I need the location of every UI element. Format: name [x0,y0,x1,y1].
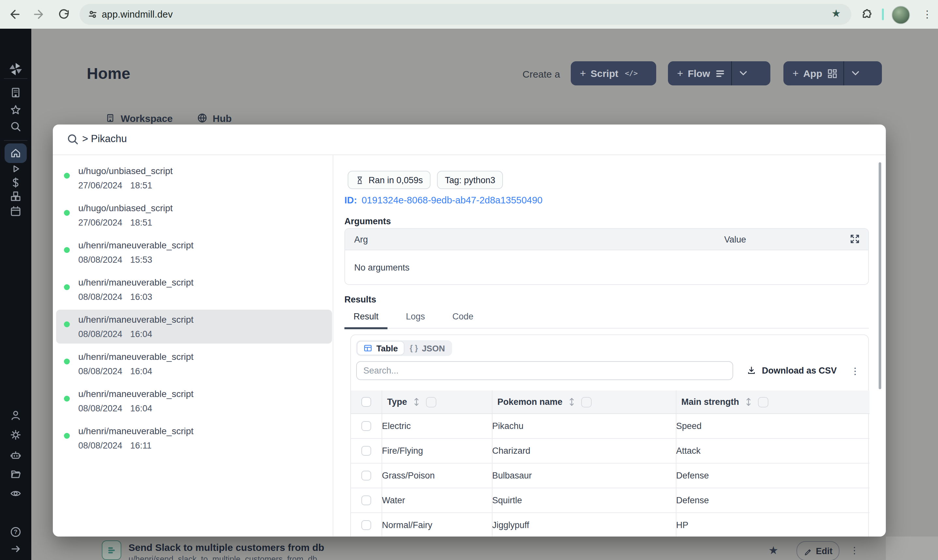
create-script-button[interactable]: + Script </> [571,61,656,85]
sort-icon[interactable] [569,397,575,407]
bookmark-star-icon[interactable]: ★ [831,7,841,20]
toggle-table[interactable]: Table [357,342,404,355]
table-row[interactable]: Grass/Poison Bulbasaur Defense [351,463,870,488]
sidebar-item-workers-icon[interactable] [9,449,22,462]
flow-item-icon [102,540,121,560]
forward-icon[interactable] [32,8,46,21]
run-timestamp: 08/08/202416:04 [78,403,332,413]
site-settings-icon[interactable] [86,8,99,21]
sidebar-item-folders-icon[interactable] [9,468,22,480]
row-checkbox[interactable] [361,421,371,431]
reload-icon[interactable] [57,8,71,21]
cell-type: Water [382,488,492,513]
run-list-item[interactable]: u/hugo/unbiased_script 27/06/202418:51 [56,161,332,195]
column-filter-box[interactable] [758,397,769,407]
run-path: u/henri/maneuverable_script [78,240,332,250]
row-checkbox[interactable] [361,446,371,456]
arg-column-header: Arg [354,234,602,244]
table-row[interactable]: Electric Pikachu Speed [351,414,870,438]
sidebar-item-help-icon[interactable]: ? [9,525,22,538]
duration-badge: Ran in 0,059s [348,171,431,189]
success-dot-icon [64,247,70,253]
run-list-item[interactable]: u/henri/maneuverable_script 08/08/202416… [56,272,332,306]
sidebar-item-runs-icon[interactable] [9,162,22,175]
table-menu-icon[interactable]: ⋮ [850,366,860,376]
run-list-item[interactable]: u/hugo/unbiased_script 27/06/202418:51 [56,198,332,232]
arguments-empty-row: No arguments [345,250,868,284]
globe-icon [197,113,208,123]
plus-icon: + [677,68,683,79]
tab-code[interactable]: Code [443,309,483,328]
sidebar-item-user-icon[interactable] [9,409,22,422]
column-header-pokemon-name[interactable]: Pokemon name [497,397,562,407]
sidebar-collapse-icon[interactable] [9,542,22,555]
tab-workspace[interactable]: Workspace [105,111,173,125]
column-header-type[interactable]: Type [387,397,407,407]
detail-scrollbar[interactable] [879,162,881,389]
create-app-button[interactable]: + App [783,61,882,85]
address-bar[interactable]: app.windmill.dev ★ [80,4,851,25]
success-dot-icon [64,396,70,402]
sidebar-item-resources-icon[interactable] [9,190,22,203]
toggle-json[interactable]: { } JSON [404,342,451,355]
row-checkbox[interactable] [361,471,371,480]
run-list: u/hugo/unbiased_script 27/06/202418:51 u… [53,154,333,537]
url-text[interactable]: app.windmill.dev [102,9,173,20]
column-filter-box[interactable] [582,397,592,407]
row-checkbox[interactable] [361,495,371,505]
column-filter-box[interactable] [426,397,436,407]
column-header-main-strength[interactable]: Main strength [681,397,739,407]
arguments-table: Arg Value No arguments [344,228,869,285]
create-flow-button[interactable]: + Flow [668,61,770,85]
run-list-item[interactable]: u/henri/maneuverable_script 08/08/202416… [56,384,332,418]
sidebar-item-audit-icon[interactable] [9,487,22,500]
result-tabs: Result Logs Code [344,309,869,329]
run-id-link[interactable]: 0191324e-8068-9edb-ab47-2d8a13550490 [362,195,543,205]
expand-icon[interactable] [849,233,860,245]
success-dot-icon [64,210,70,216]
sidebar-item-favorites-icon[interactable] [9,104,22,117]
results-label: Results [344,295,376,305]
favorite-star-icon[interactable]: ★ [769,544,778,557]
avatar[interactable] [892,6,910,24]
sidebar-item-spend-icon[interactable] [9,176,22,189]
sidebar-item-settings-icon[interactable] [9,428,22,442]
sidebar-item-schedules-icon[interactable] [9,205,22,218]
bottom-item-title[interactable]: Send Slack to multiple customers from db [128,542,324,553]
table-row[interactable]: Water Squirtle Defense [351,488,870,513]
button-split-divider [731,61,732,85]
run-list-item-selected[interactable]: u/henri/maneuverable_script 08/08/202416… [56,310,332,343]
cell-type: Grass/Poison [382,463,492,488]
modal-search-input[interactable] [82,133,800,145]
result-search-input[interactable] [356,361,733,380]
sidebar-item-home-icon[interactable] [9,147,22,160]
select-all-checkbox[interactable] [361,397,371,407]
row-checkbox[interactable] [361,520,371,530]
sort-icon[interactable] [745,397,752,407]
run-list-item[interactable]: u/henri/maneuverable_script 08/08/202416… [56,421,332,455]
table-row[interactable]: Fire/Flying Charizard Attack [351,438,870,463]
download-csv-button[interactable]: Download as CSV [746,365,837,375]
table-row[interactable]: Normal/Fairy Jigglypuff HP [351,513,870,537]
run-path: u/henri/maneuverable_script [78,426,332,436]
tab-hub[interactable]: Hub [197,111,231,125]
sidebar-item-search-icon[interactable] [9,120,22,133]
run-list-item[interactable]: u/henri/maneuverable_script 08/08/202415… [56,235,332,269]
tab-logs[interactable]: Logs [397,309,434,328]
item-menu-icon[interactable]: ⋮ [850,545,859,555]
sidebar-item-workspace-icon[interactable] [9,86,22,99]
sort-icon[interactable] [414,397,419,407]
toggle-table-label: Table [376,343,398,353]
tab-result[interactable]: Result [344,309,388,329]
chevron-down-icon[interactable] [739,71,747,75]
run-list-item[interactable]: u/henri/maneuverable_script 08/08/202416… [56,347,332,381]
extensions-icon[interactable] [860,8,873,21]
cell-type: Normal/Fairy [382,513,492,537]
modal-search-bar[interactable] [53,125,886,155]
chevron-down-icon[interactable] [852,71,859,75]
back-icon[interactable] [8,8,21,21]
edit-button[interactable]: Edit [796,541,839,560]
browser-menu-icon[interactable]: ⋮ [923,9,932,19]
windmill-logo-icon[interactable] [8,61,21,74]
run-timestamp: 27/06/202418:51 [78,218,332,228]
